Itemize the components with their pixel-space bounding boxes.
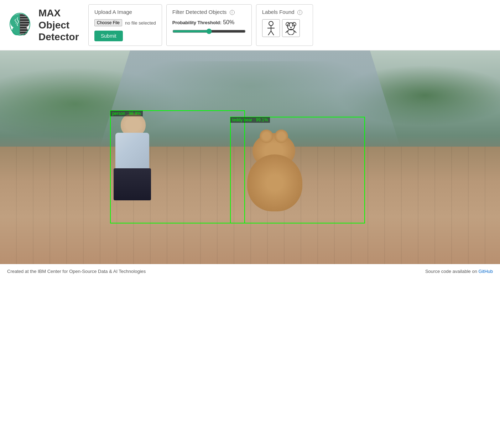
svg-line-15 [271, 31, 274, 35]
svg-point-18 [287, 23, 295, 30]
footer: Created at the IBM Center for Open-Sourc… [0, 264, 500, 278]
svg-line-23 [286, 31, 288, 33]
svg-line-24 [294, 31, 296, 33]
prob-value: 50% [223, 19, 234, 25]
bear-figure [240, 133, 311, 226]
labels-panel: Labels Found i [256, 4, 313, 46]
label-icon-teddybear [282, 19, 300, 37]
filter-panel-title: Filter Detected Objects i [172, 9, 246, 15]
svg-point-21 [290, 27, 292, 28]
svg-point-11 [269, 21, 273, 26]
child-pants [114, 168, 151, 200]
choose-file-button[interactable]: Choose File [94, 19, 122, 26]
filter-info-icon[interactable]: i [230, 10, 235, 15]
child-figure [110, 113, 160, 213]
svg-point-20 [292, 26, 293, 26]
no-file-label: no file selected [125, 20, 156, 26]
file-row: Choose File no file selected [94, 19, 156, 26]
submit-button[interactable]: Submit [94, 31, 123, 41]
prob-label: Probability Threshold: [172, 20, 222, 25]
prob-threshold-row: Probability Threshold: 50% [172, 19, 246, 26]
upload-panel-title: Upload A Image [94, 9, 156, 15]
child-body [115, 133, 149, 172]
footer-left-text: Created at the IBM Center for Open-Sourc… [7, 269, 146, 274]
bear-ear-left [260, 130, 273, 143]
upload-panel: Upload A Image Choose File no file selec… [88, 4, 162, 46]
svg-point-19 [289, 26, 290, 26]
app-title: MAX Object Detector [38, 7, 79, 43]
header: MAX Object Detector Upload A Image Choos… [0, 0, 500, 51]
github-link[interactable]: GitHub [479, 269, 493, 274]
bear-body [247, 154, 302, 211]
scene-canvas: person : 98.9% teddy bear : 99.1% [0, 51, 500, 264]
svg-line-14 [268, 31, 271, 35]
labels-info-icon[interactable]: i [297, 10, 302, 15]
labels-panel-title: Labels Found i [262, 9, 307, 15]
footer-right: Source code available on GitHub [425, 269, 493, 274]
threshold-slider[interactable] [172, 28, 246, 34]
footer-right-prefix: Source code available on [425, 269, 479, 274]
filter-panel: Filter Detected Objects i Probability Th… [166, 4, 252, 46]
main-image-area: person : 98.9% teddy bear : 99.1% [0, 51, 500, 264]
bear-ear-right [275, 130, 288, 143]
labels-icons-row [262, 19, 307, 37]
slider-container [172, 28, 246, 36]
label-icon-person [262, 19, 280, 37]
logo-area: MAX Object Detector [6, 4, 84, 46]
logo-icon [6, 10, 34, 40]
